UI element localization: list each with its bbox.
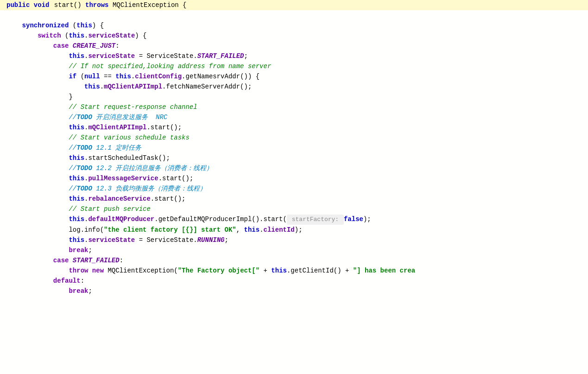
token-semi5: ;	[88, 286, 92, 296]
code-line-19: //TODO 12.3 负载均衡服务（消费者：线程）	[0, 184, 588, 194]
token-indent7	[6, 82, 84, 92]
token-clientid: clientId	[264, 225, 295, 235]
code-line-17: //TODO 12.2 开启拉消息服务（消费者：线程）	[0, 163, 588, 173]
token-sp4	[69, 255, 72, 266]
token-indent16	[6, 173, 69, 184]
token-sp1: (	[61, 31, 69, 41]
token-indent13	[6, 143, 69, 153]
token-todo4-text: 12.3 负载均衡服务（消费者：线程）	[92, 184, 206, 194]
token-indent4	[6, 51, 69, 61]
token-this9: this	[69, 194, 84, 204]
token-this8: this	[69, 173, 84, 184]
token-indent20	[6, 214, 69, 224]
token-dot3: .	[131, 71, 135, 82]
token-start-failed2: START_FAILED	[73, 255, 120, 266]
code-line-25: break;	[0, 245, 588, 255]
token-todo4: TODO	[76, 184, 92, 194]
code-editor: public void start() throws MQClientExcep…	[0, 0, 588, 374]
token-indent6	[6, 71, 69, 82]
token-this2: this	[69, 31, 84, 41]
code-line-9: this.mQClientAPIImpl.fetchNameServerAddr…	[0, 82, 588, 92]
token-start2: .start();	[158, 173, 194, 184]
token-sp2	[69, 41, 72, 51]
token-assign1: = ServiceState.	[135, 51, 197, 61]
token-public: public	[6, 0, 30, 10]
token-dot9: .	[259, 225, 263, 235]
token-this11: this	[244, 225, 260, 235]
token-indent11	[6, 122, 69, 133]
token-start: start()	[54, 0, 85, 10]
code-line-3: synchronized (this) {	[0, 20, 588, 31]
code-line-20: this.rebalanceService.start();	[0, 194, 588, 204]
token-sp6: MQClientException(	[104, 266, 178, 276]
code-line-28: default:	[0, 276, 588, 286]
token-clientconfig: clientConfig	[135, 71, 182, 82]
token-todo2: TODO	[76, 143, 92, 153]
code-line-1: public void start() throws MQClientExcep…	[0, 0, 588, 10]
token-todo2-text: 12.1 定时任务	[92, 143, 141, 153]
token-space3: MQClientException {	[108, 0, 186, 10]
token-indent21	[6, 225, 69, 235]
token-case1: case	[53, 41, 69, 51]
token-this6: this	[69, 122, 84, 133]
token-start3: .start();	[151, 194, 186, 204]
token-this4: this	[115, 71, 131, 82]
token-comment-todo3: //	[69, 163, 76, 173]
token-comment-todo4: //	[69, 184, 76, 194]
code-line-7: // If not specified,looking address from…	[0, 61, 588, 71]
token-dot2: .	[84, 51, 88, 61]
token-indent12	[6, 133, 69, 143]
token-getclientid: .getClientId() +	[287, 266, 353, 276]
token-this: this	[76, 20, 92, 31]
token-paren: (	[69, 20, 76, 31]
token-indent14	[6, 153, 69, 163]
code-line-10: }	[0, 92, 588, 102]
token-running: RUNNING	[197, 235, 225, 245]
code-line-26: case START_FAILED:	[0, 255, 588, 266]
token-comment-todo1: //	[69, 112, 76, 122]
code-line-8: if (null == this.clientConfig.getNamesrv…	[0, 71, 588, 82]
code-line-16: this.startScheduledTask();	[0, 153, 588, 163]
token-this7: this	[69, 153, 84, 163]
token-void: void	[34, 0, 50, 10]
code-line-21: // Start push service	[0, 204, 588, 214]
token-fetch: .fetchNameServerAddr();	[162, 82, 252, 92]
token-indent25	[6, 266, 69, 276]
token-sp3: (	[76, 71, 84, 82]
token-indent23	[6, 245, 69, 255]
code-line-13: this.mQClientAPIImpl.start();	[0, 122, 588, 133]
token-todo1-text: 开启消息发送服务 NRC	[92, 112, 167, 122]
token-indent9	[6, 102, 69, 112]
token-defaultmqprod: defaultMQProducer	[88, 214, 154, 224]
code-line-11: // Start request-response channel	[0, 102, 588, 112]
token-start1: .start();	[146, 122, 182, 133]
token-assign2: = ServiceState.	[135, 235, 197, 245]
code-line-22: this.defaultMQProducer.getDefaultMQProdu…	[0, 214, 588, 225]
token-dot7: .	[84, 194, 88, 204]
token-brace1: ) {	[135, 31, 146, 41]
token-mqclientapi1: mQClientAPIImpl	[104, 82, 162, 92]
token-indent27	[6, 286, 69, 296]
token-eq: ==	[100, 71, 116, 82]
token-indent3	[6, 41, 53, 51]
token-colon3: :	[81, 276, 84, 286]
token-this13: this	[271, 266, 287, 276]
token-indent1	[6, 20, 22, 31]
token-this12: this	[69, 235, 84, 245]
token-indent19	[6, 204, 69, 214]
token-dot10: .	[84, 235, 88, 245]
token-indent2	[6, 31, 38, 41]
token-indent15	[6, 163, 69, 173]
token-indent17	[6, 184, 69, 194]
token-mqclientapi2: mQClientAPIImpl	[88, 122, 146, 133]
token-switch: switch	[38, 31, 61, 41]
token-semi4: ;	[88, 245, 92, 255]
token-false: false	[344, 214, 363, 224]
token-colon1: :	[115, 41, 119, 51]
token-dot4: .	[100, 82, 104, 92]
token-closeparen: ) {	[92, 20, 104, 31]
token-dot5: .	[84, 122, 88, 133]
token-ss2: serviceState	[88, 235, 135, 245]
token-indent10	[6, 112, 69, 122]
token-getnamesrv: .getNamesrvAddr()) {	[182, 71, 259, 82]
